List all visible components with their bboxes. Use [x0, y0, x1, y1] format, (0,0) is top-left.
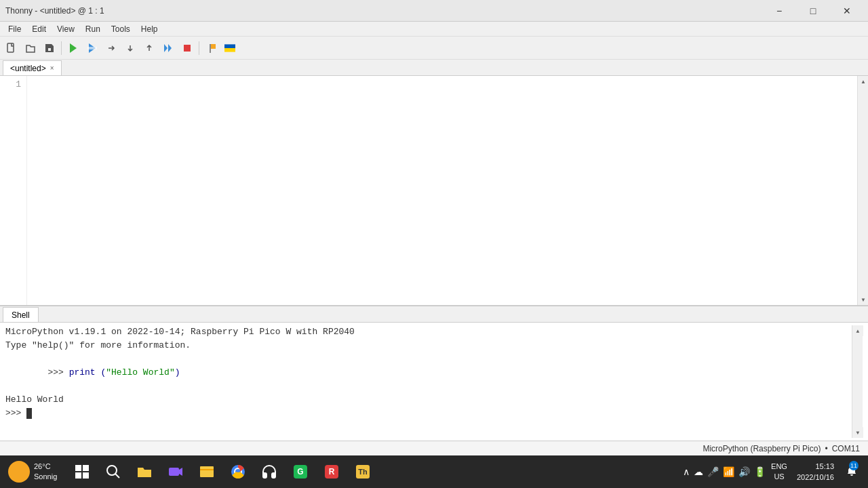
- shell-prompt-1: >>>: [47, 367, 68, 378]
- svg-line-16: [115, 474, 119, 478]
- language-indicator[interactable]: ENG US: [771, 462, 787, 483]
- headphones-app-button[interactable]: [255, 458, 283, 486]
- step-over-button[interactable]: [102, 39, 120, 57]
- clock-time: 15:13: [797, 461, 834, 472]
- maximize-button[interactable]: □: [797, 3, 829, 19]
- shell-code-print: print: [69, 367, 96, 378]
- minimize-button[interactable]: −: [764, 3, 795, 19]
- svg-rect-11: [75, 465, 81, 471]
- volume-icon[interactable]: 🔊: [738, 466, 750, 477]
- chrome-button[interactable]: [224, 458, 252, 486]
- run-button[interactable]: [64, 39, 82, 57]
- debug-button[interactable]: [83, 39, 101, 57]
- menu-help[interactable]: Help: [136, 23, 163, 35]
- scroll-down-arrow[interactable]: ▼: [858, 294, 868, 305]
- lang-line2: US: [771, 472, 787, 482]
- line-numbers: 1: [0, 76, 27, 305]
- search-taskbar-button[interactable]: [99, 458, 127, 486]
- editor-container: 1 ▲ ▼: [0, 76, 868, 305]
- shell-content[interactable]: MicroPython v1.19.1 on 2022-10-14; Raspb…: [0, 323, 868, 441]
- clock-date: 2022/10/16: [797, 472, 834, 483]
- svg-rect-13: [75, 472, 81, 479]
- notification-badge: 11: [849, 461, 859, 470]
- menu-tools[interactable]: Tools: [106, 23, 136, 35]
- menu-view[interactable]: View: [52, 23, 80, 35]
- video-app-button[interactable]: [161, 458, 190, 486]
- status-port: COM11: [832, 444, 860, 453]
- ukraine-button[interactable]: [221, 39, 239, 57]
- editor-area[interactable]: [27, 76, 857, 305]
- svg-marker-1: [70, 43, 77, 53]
- svg-rect-12: [83, 465, 89, 471]
- save-file-button[interactable]: [41, 39, 58, 57]
- weather-condition: Sonnig: [34, 472, 57, 482]
- svg-rect-0: [7, 43, 14, 52]
- shell-scroll-down[interactable]: ▼: [852, 427, 863, 438]
- step-out-button[interactable]: [140, 39, 158, 57]
- taskbar-right: ∧ ☁ 🎤 📶 🔊 🔋 ENG US 15:13 2022/10/16: [683, 458, 860, 485]
- shell-scrollbar[interactable]: ▲ ▼: [852, 325, 863, 438]
- svg-rect-3: [87, 47, 97, 49]
- taskbar-left: 26°C Sonnig: [8, 458, 680, 486]
- open-file-button[interactable]: [22, 39, 39, 57]
- shell-code-paren-open: (: [96, 367, 106, 378]
- toolbar-separator-1: [61, 41, 62, 55]
- step-into-button[interactable]: [121, 39, 139, 57]
- tray-chevron-icon[interactable]: ∧: [683, 466, 690, 477]
- svg-rect-9: [224, 44, 235, 48]
- svg-rect-8: [210, 44, 211, 53]
- weather-temp: 26°C: [34, 462, 57, 472]
- weather-section[interactable]: 26°C Sonnig: [8, 461, 57, 483]
- editor-scrollbar[interactable]: ▲ ▼: [857, 76, 868, 305]
- svg-marker-5: [168, 44, 172, 52]
- weather-text: 26°C Sonnig: [34, 462, 57, 483]
- start-button[interactable]: [68, 458, 96, 486]
- scroll-up-arrow[interactable]: ▲: [858, 76, 868, 87]
- stop-button[interactable]: [178, 39, 196, 57]
- status-bar: MicroPython (Raspberry Pi Pico) • COM11: [0, 441, 868, 455]
- status-backend: MicroPython (Raspberry Pi Pico): [703, 444, 821, 453]
- shell-tab-label: Shell: [12, 310, 30, 320]
- flag-button[interactable]: [202, 39, 220, 57]
- system-tray: ∧ ☁ 🎤 📶 🔊 🔋: [683, 466, 766, 477]
- notifications-button[interactable]: 11: [844, 458, 860, 485]
- svg-point-15: [107, 466, 117, 475]
- shell-panel: Shell MicroPython v1.19.1 on 2022-10-14;…: [0, 305, 868, 441]
- shell-info-line1: MicroPython v1.19.1 on 2022-10-14; Raspb…: [5, 325, 852, 339]
- shell-scroll-up[interactable]: ▲: [852, 325, 863, 336]
- lang-line1: ENG: [771, 462, 787, 472]
- thonny-button[interactable]: Th: [349, 458, 377, 486]
- svg-rect-14: [83, 472, 89, 479]
- svg-rect-20: [200, 469, 214, 470]
- tab-bar: <untitled> ×: [0, 60, 868, 76]
- menu-edit[interactable]: Edit: [26, 23, 52, 35]
- menu-run[interactable]: Run: [80, 23, 106, 35]
- files-app-button[interactable]: [193, 458, 221, 486]
- green-app-button[interactable]: G: [286, 458, 315, 486]
- svg-rect-10: [224, 48, 235, 52]
- shell-text-area: MicroPython v1.19.1 on 2022-10-14; Raspb…: [5, 325, 852, 438]
- clock[interactable]: 15:13 2022/10/16: [793, 460, 838, 485]
- line-number-1: 1: [0, 79, 21, 91]
- tab-close-button[interactable]: ×: [50, 64, 54, 72]
- title-text: Thonny - <untitled> @ 1 : 1: [5, 6, 104, 16]
- new-file-button[interactable]: [3, 39, 20, 57]
- microphone-icon[interactable]: 🎤: [707, 466, 719, 477]
- shell-tab-bar: Shell: [0, 306, 868, 323]
- cloud-icon[interactable]: ☁: [694, 466, 703, 477]
- file-explorer-button[interactable]: [130, 458, 159, 486]
- tab-label: <untitled>: [10, 64, 46, 73]
- menu-file[interactable]: File: [3, 23, 26, 35]
- svg-rect-19: [200, 466, 214, 477]
- battery-icon[interactable]: 🔋: [754, 466, 766, 477]
- shell-info-line2: Type "help()" for more information.: [5, 339, 852, 352]
- close-button[interactable]: ✕: [831, 3, 863, 19]
- red-app-button[interactable]: R: [317, 458, 346, 486]
- menu-bar: File Edit View Run Tools Help: [0, 22, 868, 37]
- shell-tab[interactable]: Shell: [3, 307, 39, 322]
- svg-marker-18: [179, 468, 182, 476]
- wifi-icon[interactable]: 📶: [723, 466, 734, 477]
- editor-tab-untitled[interactable]: <untitled> ×: [3, 60, 62, 75]
- shell-prompt-line2[interactable]: >>>: [5, 407, 852, 420]
- resume-button[interactable]: [159, 39, 177, 57]
